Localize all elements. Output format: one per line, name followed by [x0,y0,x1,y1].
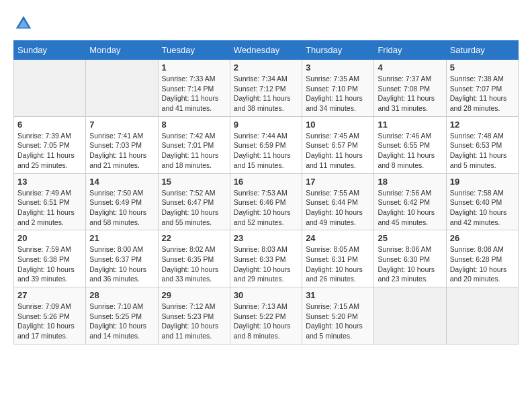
day-number: 28 [89,290,154,300]
week-row-1: 1Sunrise: 7:33 AMSunset: 7:14 PMDaylight… [14,60,519,117]
logo-icon [13,13,34,34]
col-header-tuesday: Tuesday [158,41,230,60]
day-cell: 25Sunrise: 8:06 AMSunset: 6:30 PMDayligh… [374,230,446,287]
calendar-table: SundayMondayTuesdayWednesdayThursdayFrid… [13,40,519,345]
day-info: Sunrise: 7:46 AMSunset: 6:55 PMDaylight:… [378,131,442,171]
day-info: Sunrise: 8:03 AMSunset: 6:33 PMDaylight:… [234,244,298,284]
day-cell: 12Sunrise: 7:48 AMSunset: 6:53 PMDayligh… [446,116,518,173]
day-info: Sunrise: 7:41 AMSunset: 7:03 PMDaylight:… [89,131,154,171]
day-number: 13 [17,177,82,187]
day-info: Sunrise: 7:56 AMSunset: 6:42 PMDaylight:… [378,188,442,228]
day-cell: 23Sunrise: 8:03 AMSunset: 6:33 PMDayligh… [230,230,302,287]
day-cell: 9Sunrise: 7:44 AMSunset: 6:59 PMDaylight… [230,116,302,173]
col-header-monday: Monday [86,41,158,60]
day-cell: 16Sunrise: 7:53 AMSunset: 6:46 PMDayligh… [230,173,302,230]
day-number: 20 [17,233,82,243]
day-number: 11 [378,120,442,130]
day-number: 1 [162,62,226,73]
day-info: Sunrise: 7:39 AMSunset: 7:05 PMDaylight:… [17,131,82,171]
logo [13,13,36,34]
day-info: Sunrise: 7:52 AMSunset: 6:47 PMDaylight:… [162,188,226,228]
day-info: Sunrise: 7:37 AMSunset: 7:08 PMDaylight:… [378,74,442,113]
col-header-thursday: Thursday [302,41,374,60]
day-cell: 13Sunrise: 7:49 AMSunset: 6:51 PMDayligh… [14,173,86,230]
day-info: Sunrise: 7:15 AMSunset: 5:20 PMDaylight:… [306,302,370,341]
day-cell [374,287,446,345]
day-info: Sunrise: 7:45 AMSunset: 6:57 PMDaylight:… [306,131,370,171]
col-header-saturday: Saturday [446,41,518,60]
col-header-friday: Friday [374,41,446,60]
col-header-sunday: Sunday [14,41,86,60]
day-info: Sunrise: 7:44 AMSunset: 6:59 PMDaylight:… [234,131,298,171]
day-cell: 11Sunrise: 7:46 AMSunset: 6:55 PMDayligh… [374,116,446,173]
day-number: 17 [306,177,370,187]
day-cell [446,287,518,345]
day-cell: 15Sunrise: 7:52 AMSunset: 6:47 PMDayligh… [158,173,230,230]
week-row-4: 20Sunrise: 7:59 AMSunset: 6:38 PMDayligh… [14,230,519,287]
day-cell: 1Sunrise: 7:33 AMSunset: 7:14 PMDaylight… [158,60,230,117]
day-number: 30 [234,290,298,300]
day-number: 23 [234,233,298,243]
day-number: 15 [162,177,226,187]
day-info: Sunrise: 7:48 AMSunset: 6:53 PMDaylight:… [450,131,515,171]
day-number: 25 [378,233,442,243]
day-info: Sunrise: 8:02 AMSunset: 6:35 PMDaylight:… [162,244,226,284]
day-info: Sunrise: 8:08 AMSunset: 6:28 PMDaylight:… [450,244,515,284]
day-number: 22 [162,233,226,243]
day-cell: 24Sunrise: 8:05 AMSunset: 6:31 PMDayligh… [302,230,374,287]
day-number: 14 [89,177,154,187]
day-cell: 27Sunrise: 7:09 AMSunset: 5:26 PMDayligh… [14,287,86,345]
day-cell [14,60,86,117]
day-cell: 6Sunrise: 7:39 AMSunset: 7:05 PMDaylight… [14,116,86,173]
day-info: Sunrise: 7:53 AMSunset: 6:46 PMDaylight:… [234,188,298,228]
day-number: 16 [234,177,298,187]
day-cell [86,60,158,117]
day-number: 3 [306,62,370,73]
day-cell: 20Sunrise: 7:59 AMSunset: 6:38 PMDayligh… [14,230,86,287]
day-cell: 26Sunrise: 8:08 AMSunset: 6:28 PMDayligh… [446,230,518,287]
day-cell: 7Sunrise: 7:41 AMSunset: 7:03 PMDaylight… [86,116,158,173]
col-header-wednesday: Wednesday [230,41,302,60]
header-row: SundayMondayTuesdayWednesdayThursdayFrid… [14,41,519,60]
day-cell: 10Sunrise: 7:45 AMSunset: 6:57 PMDayligh… [302,116,374,173]
day-cell: 4Sunrise: 7:37 AMSunset: 7:08 PMDaylight… [374,60,446,117]
day-cell: 19Sunrise: 7:58 AMSunset: 6:40 PMDayligh… [446,173,518,230]
day-info: Sunrise: 7:33 AMSunset: 7:14 PMDaylight:… [162,74,226,113]
day-cell: 29Sunrise: 7:12 AMSunset: 5:23 PMDayligh… [158,287,230,345]
day-number: 21 [89,233,154,243]
day-number: 31 [306,290,370,300]
day-number: 10 [306,120,370,130]
day-info: Sunrise: 7:59 AMSunset: 6:38 PMDaylight:… [17,244,82,284]
day-cell: 31Sunrise: 7:15 AMSunset: 5:20 PMDayligh… [302,287,374,345]
day-cell: 2Sunrise: 7:34 AMSunset: 7:12 PMDaylight… [230,60,302,117]
week-row-3: 13Sunrise: 7:49 AMSunset: 6:51 PMDayligh… [14,173,519,230]
page-header [13,13,519,34]
day-number: 6 [17,120,82,130]
day-number: 4 [378,62,442,73]
day-cell: 8Sunrise: 7:42 AMSunset: 7:01 PMDaylight… [158,116,230,173]
day-number: 29 [162,290,226,300]
day-info: Sunrise: 7:10 AMSunset: 5:25 PMDaylight:… [89,302,154,341]
day-info: Sunrise: 8:00 AMSunset: 6:37 PMDaylight:… [89,244,154,284]
day-cell: 5Sunrise: 7:38 AMSunset: 7:07 PMDaylight… [446,60,518,117]
day-info: Sunrise: 7:13 AMSunset: 5:22 PMDaylight:… [234,302,298,341]
day-number: 12 [450,120,515,130]
day-number: 18 [378,177,442,187]
day-number: 26 [450,233,515,243]
day-info: Sunrise: 8:06 AMSunset: 6:30 PMDaylight:… [378,244,442,284]
day-cell: 14Sunrise: 7:50 AMSunset: 6:49 PMDayligh… [86,173,158,230]
day-info: Sunrise: 7:49 AMSunset: 6:51 PMDaylight:… [17,188,82,228]
day-number: 7 [89,120,154,130]
day-cell: 30Sunrise: 7:13 AMSunset: 5:22 PMDayligh… [230,287,302,345]
day-info: Sunrise: 7:34 AMSunset: 7:12 PMDaylight:… [234,74,298,113]
day-number: 2 [234,62,298,73]
day-info: Sunrise: 7:38 AMSunset: 7:07 PMDaylight:… [450,74,515,113]
day-cell: 22Sunrise: 8:02 AMSunset: 6:35 PMDayligh… [158,230,230,287]
day-info: Sunrise: 8:05 AMSunset: 6:31 PMDaylight:… [306,244,370,284]
day-cell: 17Sunrise: 7:55 AMSunset: 6:44 PMDayligh… [302,173,374,230]
day-info: Sunrise: 7:35 AMSunset: 7:10 PMDaylight:… [306,74,370,113]
day-info: Sunrise: 7:42 AMSunset: 7:01 PMDaylight:… [162,131,226,171]
day-cell: 28Sunrise: 7:10 AMSunset: 5:25 PMDayligh… [86,287,158,345]
day-info: Sunrise: 7:09 AMSunset: 5:26 PMDaylight:… [17,302,82,341]
day-number: 27 [17,290,82,300]
